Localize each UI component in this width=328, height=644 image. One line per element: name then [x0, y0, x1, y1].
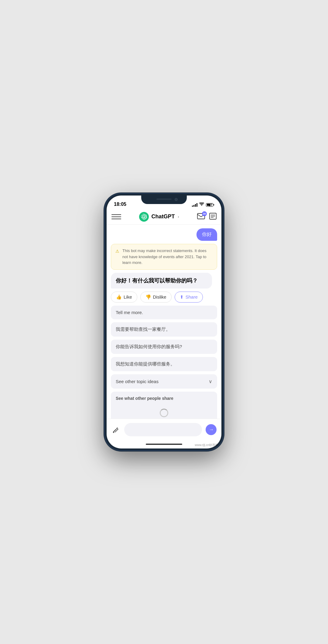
dislike-label: Dislike	[153, 294, 166, 299]
header-title: ChatGPT	[151, 213, 175, 220]
message-input[interactable]	[124, 423, 202, 436]
loading-spinner	[116, 406, 212, 419]
input-bar: →	[107, 419, 221, 440]
notch-camera	[175, 198, 178, 201]
header-actions: 30	[197, 213, 217, 221]
menu-button[interactable]	[111, 214, 121, 219]
phone-notch	[141, 196, 187, 204]
share-label: Share	[186, 294, 198, 299]
spinner-icon	[160, 409, 168, 417]
header-center: ChatGPT ›	[121, 212, 197, 222]
like-label: Like	[124, 294, 132, 299]
like-icon: 👍	[116, 294, 122, 300]
send-button[interactable]: →	[206, 424, 217, 435]
chevron-down-icon: ∨	[209, 379, 212, 384]
dislike-button[interactable]: 👎 Dislike	[140, 292, 172, 303]
broom-icon	[111, 425, 120, 434]
input-wrapper: →	[124, 423, 218, 436]
suggestion-3[interactable]: 你能告诉我如何使用你的服务吗?	[111, 340, 217, 354]
like-button[interactable]: 👍 Like	[111, 292, 137, 303]
notes-button[interactable]	[209, 213, 217, 221]
topic-ideas-button[interactable]: See other topic ideas ∨	[111, 374, 217, 389]
suggestion-1[interactable]: Tell me more.	[111, 306, 217, 319]
share-button[interactable]: ⬆ Share	[175, 292, 203, 303]
app-header: ChatGPT › 30	[107, 209, 221, 225]
mail-button[interactable]: 30	[197, 213, 205, 220]
status-icons: 67	[192, 203, 214, 207]
user-message: 你好	[196, 228, 217, 241]
clear-button[interactable]	[110, 424, 121, 435]
home-bar	[146, 444, 182, 445]
topic-ideas-label: See other topic ideas	[116, 379, 159, 384]
action-buttons: 👍 Like 👎 Dislike ⬆ Share	[111, 292, 217, 303]
content-area: 你好 ⚠ This bot may make incorrect stateme…	[107, 225, 221, 419]
share-section: See what other people share	[111, 392, 217, 419]
share-icon: ⬆	[180, 294, 184, 300]
wifi-icon	[199, 203, 204, 207]
menu-line-2	[111, 216, 121, 217]
mail-badge: 30	[202, 211, 207, 216]
dislike-icon: 👎	[145, 294, 151, 300]
header-chevron-icon: ›	[178, 215, 179, 219]
chatgpt-logo	[139, 212, 149, 222]
bot-message: 你好！有什么我可以帮助你的吗？	[111, 273, 212, 289]
share-section-title: See what other people share	[116, 396, 212, 401]
suggestion-4[interactable]: 我想知道你能提供哪些服务。	[111, 357, 217, 371]
battery-icon: 67	[206, 203, 214, 207]
menu-line-1	[111, 214, 121, 215]
menu-line-3	[111, 219, 121, 219]
status-time: 18:05	[114, 202, 126, 207]
notch-speaker	[156, 199, 172, 200]
signal-icon	[192, 203, 197, 207]
svg-point-9	[113, 432, 114, 433]
send-icon: →	[209, 427, 214, 432]
warning-icon: ⚠	[115, 248, 119, 254]
notes-icon	[209, 213, 217, 220]
watermark: www.rjtj.cn软荐网	[195, 443, 218, 447]
suggestion-2[interactable]: 我需要帮助查找一家餐厅。	[111, 322, 217, 337]
warning-text: This bot may make incorrect statements. …	[122, 248, 213, 266]
warning-banner[interactable]: ⚠ This bot may make incorrect statements…	[111, 244, 217, 270]
